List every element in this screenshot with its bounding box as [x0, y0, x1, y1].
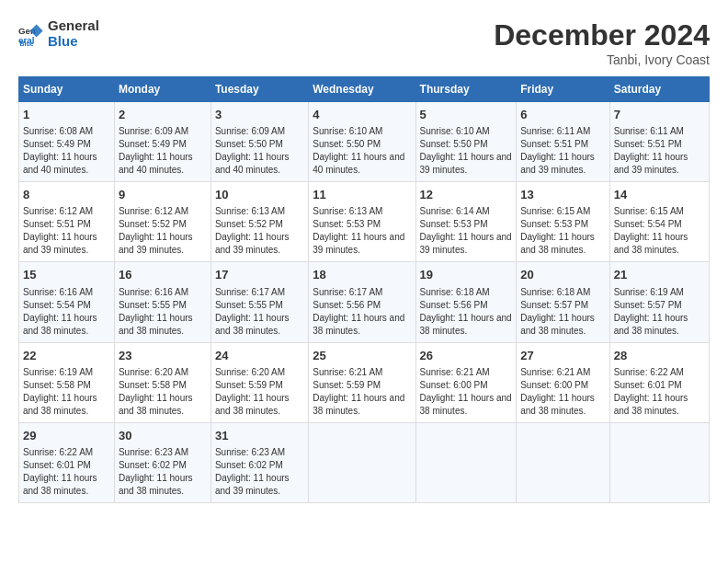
calendar-cell: 17Sunrise: 6:17 AMSunset: 5:55 PMDayligh…	[210, 262, 308, 342]
sunset-text: Sunset: 5:52 PM	[215, 218, 304, 231]
daylight-text: Daylight: 11 hours and 38 minutes.	[520, 392, 606, 418]
sunrise-text: Sunrise: 6:11 AM	[614, 125, 705, 138]
daylight-text: Daylight: 11 hours and 38 minutes.	[313, 392, 411, 418]
sunrise-text: Sunrise: 6:22 AM	[23, 446, 110, 459]
col-thursday: Thursday	[415, 77, 517, 102]
daylight-text: Daylight: 11 hours and 40 minutes.	[215, 151, 304, 177]
calendar-week-3: 15Sunrise: 6:16 AMSunset: 5:54 PMDayligh…	[19, 262, 710, 342]
sunrise-text: Sunrise: 6:17 AM	[313, 286, 411, 299]
daylight-text: Daylight: 11 hours and 39 minutes.	[119, 231, 207, 257]
day-number: 23	[119, 348, 207, 364]
sunset-text: Sunset: 6:02 PM	[215, 459, 304, 472]
daylight-text: Daylight: 11 hours and 38 minutes.	[119, 312, 207, 338]
sunrise-text: Sunrise: 6:12 AM	[23, 205, 110, 218]
calendar-cell: 11Sunrise: 6:13 AMSunset: 5:53 PMDayligh…	[309, 182, 415, 262]
sunset-text: Sunset: 5:53 PM	[520, 218, 606, 231]
sunrise-text: Sunrise: 6:10 AM	[313, 125, 411, 138]
sunset-text: Sunset: 5:51 PM	[614, 138, 705, 151]
daylight-text: Daylight: 11 hours and 39 minutes.	[420, 151, 513, 177]
title-area: December 2024 Tanbi, Ivory Coast	[494, 18, 710, 67]
header: Gen eral Blue General Blue December 2024…	[18, 18, 710, 67]
calendar-cell: 13Sunrise: 6:15 AMSunset: 5:53 PMDayligh…	[517, 182, 610, 262]
sunrise-text: Sunrise: 6:21 AM	[313, 366, 411, 379]
calendar-cell: 29Sunrise: 6:22 AMSunset: 6:01 PMDayligh…	[19, 422, 115, 502]
logo-icon: Gen eral Blue	[18, 21, 44, 47]
page-subtitle: Tanbi, Ivory Coast	[494, 52, 710, 67]
header-row: Sunday Monday Tuesday Wednesday Thursday…	[19, 77, 710, 102]
calendar-cell: 24Sunrise: 6:20 AMSunset: 5:59 PMDayligh…	[210, 342, 308, 422]
sunset-text: Sunset: 5:57 PM	[614, 299, 705, 312]
calendar-cell: 2Sunrise: 6:09 AMSunset: 5:49 PMDaylight…	[114, 102, 210, 182]
day-number: 9	[119, 187, 207, 203]
calendar-cell: 5Sunrise: 6:10 AMSunset: 5:50 PMDaylight…	[415, 102, 517, 182]
logo-line2: Blue	[48, 34, 99, 50]
daylight-text: Daylight: 11 hours and 40 minutes.	[119, 151, 207, 177]
day-number: 14	[614, 187, 705, 203]
sunset-text: Sunset: 5:51 PM	[23, 218, 110, 231]
day-number: 26	[420, 348, 513, 364]
day-number: 8	[23, 187, 110, 203]
calendar-week-4: 22Sunrise: 6:19 AMSunset: 5:58 PMDayligh…	[19, 342, 710, 422]
daylight-text: Daylight: 11 hours and 38 minutes.	[215, 312, 304, 338]
sunset-text: Sunset: 5:51 PM	[520, 138, 606, 151]
sunrise-text: Sunrise: 6:19 AM	[23, 366, 110, 379]
sunrise-text: Sunrise: 6:22 AM	[614, 366, 705, 379]
calendar-body: 1Sunrise: 6:08 AMSunset: 5:49 PMDaylight…	[19, 102, 710, 503]
daylight-text: Daylight: 11 hours and 38 minutes.	[119, 392, 207, 418]
day-number: 3	[215, 107, 304, 123]
daylight-text: Daylight: 11 hours and 38 minutes.	[420, 392, 513, 418]
col-friday: Friday	[517, 77, 610, 102]
sunset-text: Sunset: 5:55 PM	[215, 299, 304, 312]
sunrise-text: Sunrise: 6:16 AM	[23, 286, 110, 299]
sunrise-text: Sunrise: 6:15 AM	[520, 205, 606, 218]
daylight-text: Daylight: 11 hours and 39 minutes.	[614, 151, 705, 177]
calendar-cell: 27Sunrise: 6:21 AMSunset: 6:00 PMDayligh…	[517, 342, 610, 422]
day-number: 20	[520, 267, 606, 283]
calendar-cell: 8Sunrise: 6:12 AMSunset: 5:51 PMDaylight…	[19, 182, 115, 262]
svg-text:Blue: Blue	[19, 40, 33, 46]
calendar-cell: 1Sunrise: 6:08 AMSunset: 5:49 PMDaylight…	[19, 102, 115, 182]
calendar-cell: 23Sunrise: 6:20 AMSunset: 5:58 PMDayligh…	[114, 342, 210, 422]
logo-line1: General	[48, 18, 99, 34]
sunrise-text: Sunrise: 6:09 AM	[119, 125, 207, 138]
day-number: 6	[520, 107, 606, 123]
calendar-week-5: 29Sunrise: 6:22 AMSunset: 6:01 PMDayligh…	[19, 422, 710, 502]
sunset-text: Sunset: 5:53 PM	[313, 218, 411, 231]
sunset-text: Sunset: 5:56 PM	[420, 299, 513, 312]
sunset-text: Sunset: 5:53 PM	[420, 218, 513, 231]
daylight-text: Daylight: 11 hours and 38 minutes.	[614, 231, 705, 257]
day-number: 24	[215, 348, 304, 364]
sunset-text: Sunset: 5:59 PM	[313, 379, 411, 392]
day-number: 13	[520, 187, 606, 203]
day-number: 19	[420, 267, 513, 283]
sunrise-text: Sunrise: 6:11 AM	[520, 125, 606, 138]
sunrise-text: Sunrise: 6:13 AM	[215, 205, 304, 218]
daylight-text: Daylight: 11 hours and 39 minutes.	[420, 231, 513, 257]
calendar-cell	[309, 422, 415, 502]
sunset-text: Sunset: 5:50 PM	[215, 138, 304, 151]
daylight-text: Daylight: 11 hours and 39 minutes.	[23, 231, 110, 257]
calendar-cell: 12Sunrise: 6:14 AMSunset: 5:53 PMDayligh…	[415, 182, 517, 262]
calendar-cell: 16Sunrise: 6:16 AMSunset: 5:55 PMDayligh…	[114, 262, 210, 342]
day-number: 18	[313, 267, 411, 283]
daylight-text: Daylight: 11 hours and 39 minutes.	[313, 231, 411, 257]
day-number: 12	[420, 187, 513, 203]
calendar-cell: 4Sunrise: 6:10 AMSunset: 5:50 PMDaylight…	[309, 102, 415, 182]
sunrise-text: Sunrise: 6:17 AM	[215, 286, 304, 299]
calendar-cell: 18Sunrise: 6:17 AMSunset: 5:56 PMDayligh…	[309, 262, 415, 342]
sunset-text: Sunset: 5:54 PM	[614, 218, 705, 231]
sunset-text: Sunset: 6:00 PM	[520, 379, 606, 392]
daylight-text: Daylight: 11 hours and 40 minutes.	[23, 151, 110, 177]
sunrise-text: Sunrise: 6:23 AM	[119, 446, 207, 459]
sunrise-text: Sunrise: 6:21 AM	[520, 366, 606, 379]
day-number: 16	[119, 267, 207, 283]
sunrise-text: Sunrise: 6:18 AM	[520, 286, 606, 299]
sunset-text: Sunset: 5:56 PM	[313, 299, 411, 312]
day-number: 27	[520, 348, 606, 364]
calendar-cell	[415, 422, 517, 502]
daylight-text: Daylight: 11 hours and 38 minutes.	[23, 312, 110, 338]
sunrise-text: Sunrise: 6:15 AM	[614, 205, 705, 218]
daylight-text: Daylight: 11 hours and 38 minutes.	[614, 392, 705, 418]
daylight-text: Daylight: 11 hours and 38 minutes.	[23, 392, 110, 418]
day-number: 1	[23, 107, 110, 123]
